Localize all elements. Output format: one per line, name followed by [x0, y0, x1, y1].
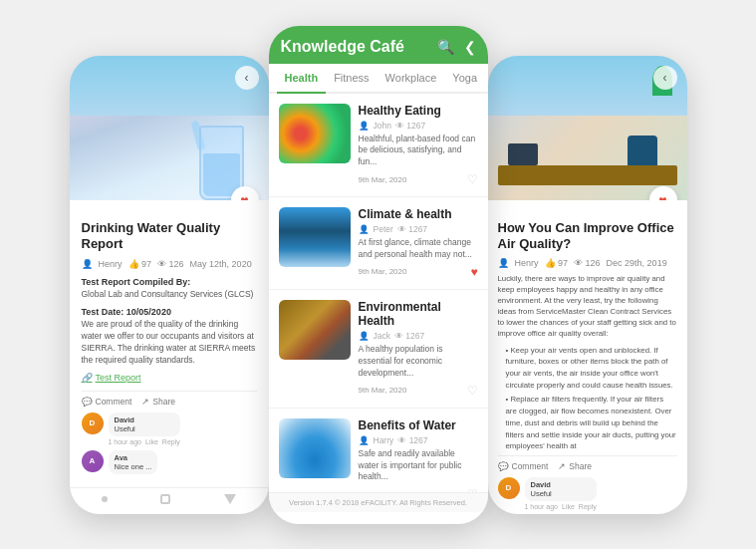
- right-share-button[interactable]: ↗ Share: [558, 461, 592, 471]
- left-date: May 12th, 2020: [190, 259, 252, 269]
- article-meta-2: 👤 Peter 👁 1267: [359, 224, 478, 234]
- right-like-button-david[interactable]: Like: [562, 503, 575, 510]
- right-comment-text-david: DavidUseful: [525, 477, 597, 501]
- avatar-david: D: [82, 412, 104, 434]
- right-comment-meta-david: 1 hour ago Like Reply: [525, 503, 597, 510]
- article-title-3: Environmental Health: [359, 300, 478, 328]
- right-views: 👁 126: [574, 258, 601, 268]
- article-info-water: Benefits of Water 👤 Harry 👁 1267 Safe an…: [359, 418, 478, 492]
- reply-button-david[interactable]: Reply: [162, 438, 180, 445]
- office-desk: [498, 165, 677, 185]
- article-meta-3: 👤 Jack 👁 1267: [359, 331, 478, 341]
- right-body-text: Luckily, there are ways to improve air q…: [498, 274, 677, 339]
- left-section1-label: Test Report Compiled By:: [82, 277, 257, 287]
- office-monitor: [508, 143, 538, 165]
- like-button-david[interactable]: Like: [145, 438, 158, 445]
- link-icon: 🔗: [82, 373, 93, 383]
- right-share-icon: ↗: [558, 461, 566, 471]
- article-thumb-climate: [279, 207, 351, 267]
- right-article-meta: 👤 Henry 👍 97 👁 126 Dec 29th, 2019: [498, 258, 677, 268]
- article-title-4: Benefits of Water: [359, 418, 478, 432]
- author-icon-2: 👤: [359, 224, 370, 234]
- left-hero-image: ‹ ♥: [70, 56, 269, 200]
- article-date-4: 9th Mar, 2020 ♡: [359, 487, 478, 491]
- left-back-button[interactable]: ‹: [235, 66, 259, 90]
- right-comment-item-david: D DavidUseful 1 hour ago Like Reply: [498, 477, 677, 510]
- article-date-1: 9th Mar, 2020 ♡: [359, 172, 478, 186]
- articles-list: Healthy Eating 👤 John 👁 1267 Healthful, …: [269, 94, 488, 492]
- comment-text-ava: AvaNice one ...: [109, 450, 158, 474]
- nav-home-square[interactable]: [160, 494, 170, 504]
- left-article-meta: 👤 Henry 👍 97 👁 126 May 12th, 2020: [82, 259, 257, 269]
- article-card-healthy-eating[interactable]: Healthy Eating 👤 John 👁 1267 Healthful, …: [269, 94, 488, 198]
- left-share-button[interactable]: ↗ Share: [141, 397, 175, 407]
- header-icons: 🔍 ❮: [437, 39, 476, 63]
- nav-back-dot[interactable]: [102, 496, 108, 502]
- article-thumb-water: [279, 418, 351, 478]
- left-article-content: Drinking Water Quality Report 👤 Henry 👍 …: [70, 200, 269, 487]
- comment-text-david: DavidUseful: [109, 412, 180, 436]
- search-icon[interactable]: 🔍: [437, 39, 454, 55]
- author-icon-1: 👤: [359, 121, 370, 131]
- tab-health[interactable]: Health: [277, 64, 327, 92]
- right-avatar-david: D: [498, 477, 520, 499]
- article-card-climate[interactable]: Climate & health 👤 Peter 👁 1267 At first…: [269, 197, 488, 290]
- left-section2-label: Test Date: 10/05/2020: [82, 307, 257, 317]
- left-comment-button[interactable]: 💬 Comment: [82, 397, 132, 407]
- right-date: Dec 29th, 2019: [607, 258, 667, 268]
- article-like-2[interactable]: ♥: [470, 265, 477, 279]
- right-comment-button[interactable]: 💬 Comment: [498, 461, 549, 471]
- comment-item-david: D DavidUseful 1 hour ago Like Reply: [82, 412, 257, 445]
- left-body-text: We are proud of the quality of the drink…: [82, 319, 257, 367]
- left-test-report-link[interactable]: 🔗 Test Report: [82, 373, 257, 383]
- right-bullet-1: Keep your air vents open and unblocked. …: [498, 345, 677, 392]
- right-author-name: Henry: [515, 258, 539, 268]
- tab-workplace[interactable]: Workplace: [378, 64, 445, 92]
- back-icon[interactable]: ❮: [464, 39, 476, 55]
- article-like-4[interactable]: ♡: [467, 487, 478, 491]
- app-footer: Version 1.7.4 © 2018 eFACiLiTY. All Righ…: [269, 492, 488, 512]
- right-likes: 👍 97: [545, 258, 569, 268]
- article-info-climate: Climate & health 👤 Peter 👁 1267 At first…: [359, 207, 478, 279]
- article-title-2: Climate & health: [359, 207, 478, 221]
- article-card-environmental[interactable]: Environmental Health 👤 Jack 👁 1267 A hea…: [269, 290, 488, 409]
- article-title-1: Healthy Eating: [359, 104, 478, 118]
- share-icon: ↗: [141, 397, 149, 407]
- left-section1-value: Global Lab and Consultancy Services (GLC…: [82, 289, 257, 301]
- nav-tabs: Health Fitness Workplace Yoga: [269, 64, 488, 94]
- right-article-title: How You Can Improve Office Air Quality?: [498, 220, 677, 254]
- right-author-icon: 👤: [498, 258, 509, 268]
- left-phone: ‹ ♥ Drinking Water Quality Report 👤 Henr…: [70, 56, 269, 514]
- left-link-label: Test Report: [96, 373, 141, 383]
- article-excerpt-4: Safe and readily available water is impo…: [359, 448, 478, 484]
- article-date-3: 9th Mar, 2020 ♡: [359, 384, 478, 398]
- article-date-2: 9th Mar, 2020 ♥: [359, 265, 478, 279]
- article-like-3[interactable]: ♡: [467, 384, 478, 398]
- tab-fitness[interactable]: Fitness: [326, 64, 377, 92]
- article-meta-4: 👤 Harry 👁 1267: [359, 435, 478, 445]
- left-comments-section: D DavidUseful 1 hour ago Like Reply A: [82, 412, 257, 474]
- right-bullet-2: Replace air filters frequently. If your …: [498, 394, 677, 451]
- right-comment-icon: 💬: [498, 461, 509, 471]
- article-info-environmental: Environmental Health 👤 Jack 👁 1267 A hea…: [359, 300, 478, 398]
- comment-item-ava: A AvaNice one ...: [82, 450, 257, 474]
- right-article-content: How You Can Improve Office Air Quality? …: [488, 200, 687, 514]
- article-info-healthy-eating: Healthy Eating 👤 John 👁 1267 Healthful, …: [359, 104, 478, 187]
- nav-recent-triangle[interactable]: [224, 494, 236, 504]
- article-thumb-healthy-eating: [279, 104, 351, 163]
- right-reply-button-david[interactable]: Reply: [579, 503, 597, 510]
- article-like-1[interactable]: ♡: [467, 172, 478, 186]
- article-thumb-environmental: [279, 300, 351, 360]
- tab-yoga[interactable]: Yoga: [444, 64, 485, 92]
- author-icon-3: 👤: [359, 331, 370, 341]
- left-actions-bar: 💬 Comment ↗ Share: [82, 391, 257, 407]
- left-bottom-bar: [70, 487, 269, 510]
- article-excerpt-2: At first glance, climate change and pers…: [359, 237, 478, 261]
- comment-meta-david: 1 hour ago Like Reply: [109, 438, 180, 445]
- app-title: Knowledge Café: [281, 38, 404, 64]
- right-back-button[interactable]: ‹: [653, 66, 677, 90]
- author-icon-4: 👤: [359, 435, 370, 445]
- article-card-water[interactable]: Benefits of Water 👤 Harry 👁 1267 Safe an…: [269, 409, 488, 492]
- article-excerpt-1: Healthful, plant-based food can be delic…: [359, 134, 478, 169]
- left-author-name: Henry: [99, 259, 123, 269]
